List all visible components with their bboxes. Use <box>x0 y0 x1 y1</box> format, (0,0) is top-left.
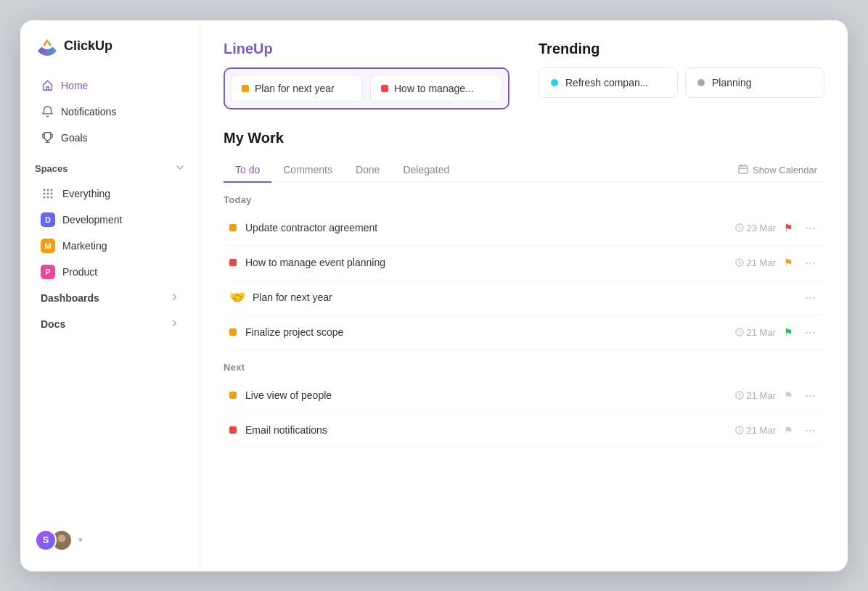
docs-item[interactable]: Docs <box>26 311 194 337</box>
svg-point-9 <box>58 534 65 542</box>
lineup-card-dot-0 <box>242 85 249 92</box>
task-dot <box>229 426 237 434</box>
task-more-button[interactable]: ··· <box>802 421 819 439</box>
task-name: Live view of people <box>245 389 735 401</box>
svg-point-4 <box>47 192 49 194</box>
spaces-header: Spaces <box>20 151 200 181</box>
task-more-button[interactable]: ··· <box>802 323 819 342</box>
flag-icon: ⚑ <box>783 389 795 401</box>
flag-icon: ⚑ <box>783 326 795 338</box>
svg-rect-11 <box>739 165 748 173</box>
sidebar-footer: S ▾ <box>20 521 200 560</box>
trending-card-label-1: Planning <box>712 77 752 88</box>
task-row[interactable]: Email notifications 21 Mar ⚑ ··· <box>224 413 824 448</box>
app-window: ClickUp Home Notifications Goals Spaces <box>20 20 848 571</box>
trending-card-label-0: Refresh compan... <box>565 77 648 88</box>
tab-done[interactable]: Done <box>344 158 391 183</box>
nav-notifications[interactable]: Notifications <box>26 99 194 125</box>
sidebar-item-everything-label: Everything <box>62 188 110 199</box>
lineup-cards: Plan for next year How to manage... <box>224 67 509 109</box>
trending-card-0[interactable]: Refresh compan... <box>539 67 678 98</box>
show-calendar-button[interactable]: Show Calendar <box>731 160 824 181</box>
top-row: LineUp Plan for next year How to manage.… <box>224 41 824 109</box>
lineup-card-0[interactable]: Plan for next year <box>231 75 363 102</box>
development-dot: D <box>41 212 55 227</box>
svg-point-3 <box>44 192 46 194</box>
sidebar-item-marketing-label: Marketing <box>62 240 107 252</box>
task-dot <box>229 224 237 231</box>
lineup-card-label-0: Plan for next year <box>255 83 335 94</box>
tab-comments[interactable]: Comments <box>271 158 344 183</box>
app-name: ClickUp <box>64 38 112 54</box>
task-row[interactable]: 🤝 Plan for next year ··· <box>224 281 824 315</box>
sidebar-item-everything[interactable]: Everything <box>26 181 194 207</box>
svg-point-10 <box>55 542 67 551</box>
tab-todo[interactable]: To do <box>224 158 271 183</box>
show-calendar-label: Show Calendar <box>753 165 817 175</box>
trending-section: Trending Refresh compan... Planning <box>539 41 824 109</box>
main-content: LineUp Plan for next year How to manage.… <box>200 20 848 571</box>
dashboards-item[interactable]: Dashboards <box>26 285 194 311</box>
task-row[interactable]: Finalize project scope 21 Mar ⚑ ··· <box>224 315 824 350</box>
content-area: LineUp Plan for next year How to manage.… <box>200 20 848 571</box>
task-more-button[interactable]: ··· <box>802 289 819 307</box>
trending-cards: Refresh compan... Planning <box>539 67 824 98</box>
trending-title: Trending <box>539 41 824 57</box>
nav-home[interactable]: Home <box>26 73 194 99</box>
task-name: Update contractor agreement <box>245 222 735 233</box>
trophy-icon <box>41 131 54 144</box>
task-row[interactable]: How to manage event planning 21 Mar ⚑ ··… <box>224 246 824 281</box>
docs-chevron-icon <box>170 318 179 330</box>
task-meta: 21 Mar ⚑ ··· <box>735 254 819 272</box>
calendar-icon <box>738 164 748 176</box>
nav-goals[interactable]: Goals <box>26 125 194 151</box>
task-name: How to manage event planning <box>245 257 735 268</box>
tab-delegated[interactable]: Delegated <box>391 158 461 183</box>
task-meta: 21 Mar ⚑ ··· <box>735 387 819 405</box>
svg-point-7 <box>47 196 49 198</box>
task-more-button[interactable]: ··· <box>802 219 819 237</box>
task-meta: 21 Mar ⚑ ··· <box>735 421 819 439</box>
task-name: Plan for next year <box>253 292 802 303</box>
spaces-collapse-icon[interactable] <box>175 162 185 175</box>
task-name: Finalize project scope <box>245 326 735 338</box>
logo-area: ClickUp <box>20 35 200 73</box>
svg-point-8 <box>51 196 53 198</box>
trending-card-1[interactable]: Planning <box>685 67 824 98</box>
task-more-button[interactable]: ··· <box>802 387 819 405</box>
task-name: Email notifications <box>245 424 735 436</box>
tabs-row: To do Comments Done Delegated Show Calen <box>224 158 824 183</box>
task-row[interactable]: Update contractor agreement 23 Mar ⚑ ··· <box>224 211 824 246</box>
task-meta: ··· <box>802 289 819 307</box>
marketing-dot: M <box>41 239 55 253</box>
task-dot <box>229 392 237 399</box>
task-date: 21 Mar <box>735 327 776 338</box>
nav-goals-label: Goals <box>61 132 88 144</box>
sidebar: ClickUp Home Notifications Goals Spaces <box>20 20 200 571</box>
logo-icon <box>35 35 58 58</box>
task-meta: 23 Mar ⚑ ··· <box>735 219 819 237</box>
svg-point-6 <box>44 196 46 198</box>
nav-notifications-label: Notifications <box>61 106 116 117</box>
task-date: 21 Mar <box>735 257 776 268</box>
task-dot <box>229 259 237 266</box>
flag-icon: ⚑ <box>783 257 795 268</box>
avatar-group[interactable]: S <box>35 529 73 551</box>
task-row[interactable]: Live view of people 21 Mar ⚑ ··· <box>224 379 824 413</box>
sidebar-item-product[interactable]: P Product <box>26 259 194 285</box>
everything-icon <box>41 186 55 201</box>
trending-dot-1 <box>697 79 705 86</box>
avatar-s: S <box>35 529 57 551</box>
lineup-card-1[interactable]: How to manage... <box>370 75 502 102</box>
user-dropdown-icon[interactable]: ▾ <box>78 535 83 545</box>
sidebar-item-marketing[interactable]: M Marketing <box>26 233 194 259</box>
task-more-button[interactable]: ··· <box>802 254 819 272</box>
task-date: 23 Mar <box>735 223 776 233</box>
nav-home-label: Home <box>61 80 88 91</box>
lineup-card-dot-1 <box>381 85 388 92</box>
task-date: 21 Mar <box>735 425 776 436</box>
sidebar-item-development[interactable]: D Development <box>26 207 194 233</box>
task-special-icon: 🤝 <box>229 289 245 305</box>
task-dot <box>229 328 237 336</box>
group-today-title: Today <box>224 183 824 211</box>
